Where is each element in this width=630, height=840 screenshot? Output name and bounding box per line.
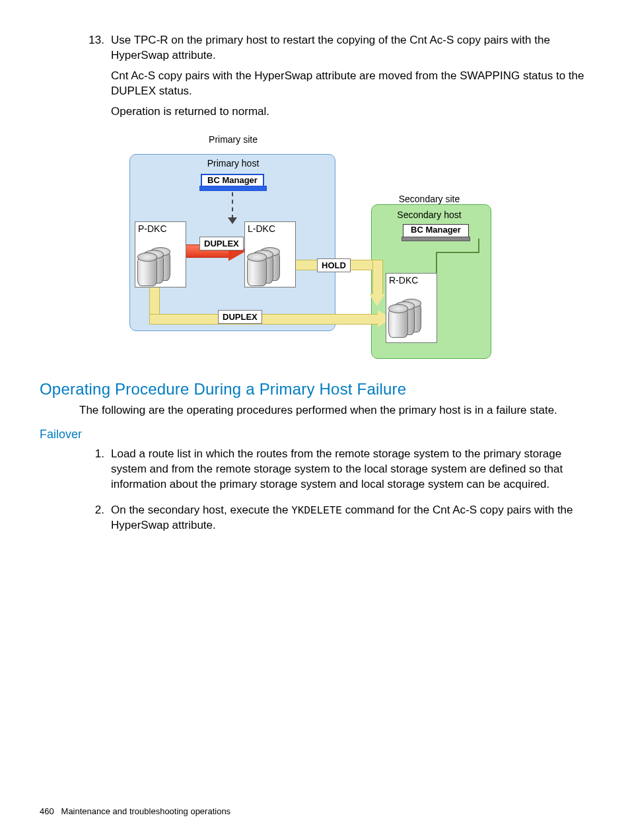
hold-arrow xyxy=(372,260,383,298)
duplex-arrow xyxy=(149,314,382,325)
connector-line xyxy=(436,252,479,253)
secondary-site-label: Secondary site xyxy=(390,194,469,204)
storage-cylinder-icon xyxy=(247,250,284,287)
chapter-title: Maintenance and troubleshooting operatio… xyxy=(61,806,231,816)
primary-site-label: Primary site xyxy=(197,134,269,145)
bc-manager-primary: BC Manager xyxy=(201,174,264,188)
dashed-arrowhead-icon xyxy=(228,217,237,224)
page-number: 460 xyxy=(40,806,54,816)
dashed-connector xyxy=(232,192,233,219)
failover-step-1: 1. Load a route list in which the routes… xyxy=(79,447,590,498)
connector-line xyxy=(478,239,479,252)
section-heading: Operating Procedure During a Primary Hos… xyxy=(40,380,590,399)
storage-cylinder-icon xyxy=(388,302,425,339)
list-marker: 2. xyxy=(79,503,111,539)
subsection-heading: Failover xyxy=(40,428,590,441)
hold-status: HOLD xyxy=(317,258,351,272)
step-13-p2: Cnt Ac-S copy pairs with the HyperSwap a… xyxy=(111,69,590,99)
bc-manager-secondary: BC Manager xyxy=(403,224,469,239)
command-code: YKDELETE xyxy=(291,505,342,517)
failover-step-2: 2. On the secondary host, execute the YK… xyxy=(79,503,590,539)
duplex-status: DUPLEX xyxy=(218,310,262,324)
failover-step-2-text: On the secondary host, execute the YKDEL… xyxy=(111,503,590,534)
duplex-status: DUPLEX xyxy=(199,237,244,250)
section-intro: The following are the operating procedur… xyxy=(40,404,590,417)
storage-cylinder-icon xyxy=(137,250,174,287)
step-13-p3: Operation is returned to normal. xyxy=(111,104,590,120)
arrowhead-icon xyxy=(369,294,385,306)
secondary-host-label: Secondary host xyxy=(390,210,469,220)
primary-host-label: Primary host xyxy=(197,158,269,169)
step-13-p1: Use TPC-R on the primary host to restart… xyxy=(111,33,590,63)
list-marker: 13. xyxy=(79,33,111,125)
text-fragment: On the secondary host, execute the xyxy=(111,504,291,516)
list-item-13: 13. Use TPC-R on the primary host to res… xyxy=(79,33,590,125)
failover-step-1-text: Load a route list in which the routes fr… xyxy=(111,447,590,492)
page-footer: 460 Maintenance and troubleshooting oper… xyxy=(40,806,230,816)
topology-diagram: Primary site Primary host Secondary site… xyxy=(125,132,499,364)
list-marker: 1. xyxy=(79,447,111,498)
